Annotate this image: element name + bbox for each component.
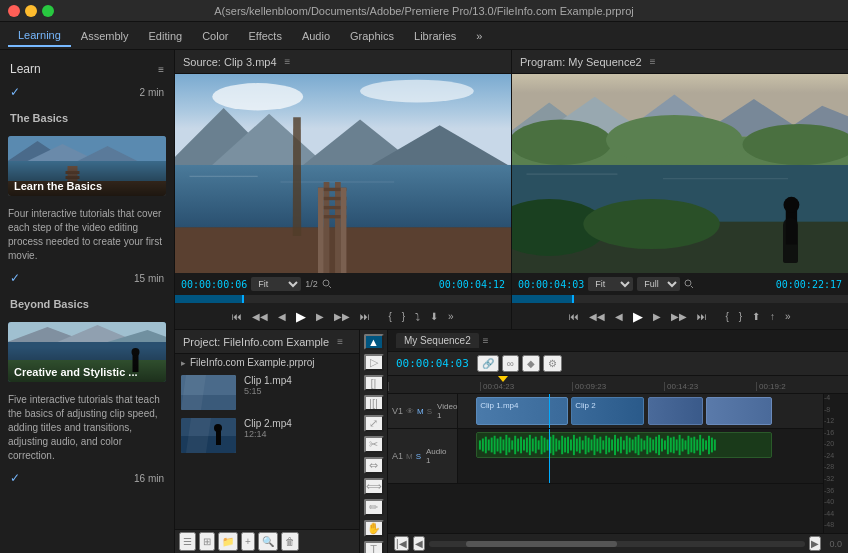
v1-track-content[interactable]: Clip 1.mp4 Clip 2 xyxy=(458,394,823,428)
tl-scroll-right-btn[interactable]: ▶ xyxy=(809,536,821,551)
nav-graphics[interactable]: Graphics xyxy=(340,26,404,46)
prog-mark-in-btn[interactable]: { xyxy=(722,309,731,324)
proj-search-btn[interactable]: 🔍 xyxy=(258,532,278,551)
minimize-button[interactable] xyxy=(25,5,37,17)
prog-play-btn[interactable]: ▶ xyxy=(630,307,646,326)
a1-s-icon[interactable]: S xyxy=(416,452,421,461)
source-mark-in-btn[interactable]: { xyxy=(385,309,394,324)
source-stepback-btn[interactable]: ◀◀ xyxy=(249,309,271,324)
track-select-tool-btn[interactable]: ▷ xyxy=(364,354,384,371)
nav-libraries[interactable]: Libraries xyxy=(404,26,466,46)
source-menu-icon[interactable]: ≡ xyxy=(285,56,291,67)
svg-rect-75 xyxy=(500,437,502,454)
source-more-btn[interactable]: » xyxy=(445,309,457,324)
prog-ffwd-btn[interactable]: ⏭ xyxy=(694,309,710,324)
nav-assembly[interactable]: Assembly xyxy=(71,26,139,46)
source-stepfwd-btn[interactable]: ▶▶ xyxy=(331,309,353,324)
select-tool-btn[interactable]: ▲ xyxy=(364,334,384,350)
program-fit-select[interactable]: Fit 25% 50% xyxy=(588,277,633,291)
svg-rect-108 xyxy=(597,439,599,452)
prog-back1-btn[interactable]: ◀ xyxy=(612,309,626,324)
source-ffwd-btn[interactable]: ⏭ xyxy=(357,309,373,324)
slip-tool-btn[interactable]: ⇔ xyxy=(364,457,384,474)
prog-lift-btn[interactable]: ⬆ xyxy=(749,309,763,324)
nav-audio[interactable]: Audio xyxy=(292,26,340,46)
proj-grid-view-btn[interactable]: ⊞ xyxy=(199,532,215,551)
v1-lock-icon[interactable]: M xyxy=(417,407,424,416)
source-insert-btn[interactable]: ⤵ xyxy=(412,309,423,324)
a1-m-icon[interactable]: M xyxy=(406,452,413,461)
nav-effects[interactable]: Effects xyxy=(238,26,291,46)
tl-scroll-left-btn[interactable]: ◀ xyxy=(413,536,425,551)
tutorial-card-creative[interactable]: Creative and Stylistic ... xyxy=(8,322,166,382)
type-tool-btn[interactable]: T xyxy=(364,541,384,553)
source-play-btn[interactable]: ▶ xyxy=(293,307,309,326)
timeline-bottom-bar: |◀ ◀ ▶ 0.0 xyxy=(388,533,848,553)
clip3-text xyxy=(649,399,655,412)
tl-clip-1[interactable]: Clip 1.mp4 xyxy=(476,397,567,425)
razor-tool-btn[interactable]: ✂ xyxy=(364,436,384,453)
tutorial-card-basics[interactable]: Learn the Basics xyxy=(8,136,166,196)
learn-menu-icon[interactable]: ≡ xyxy=(158,64,164,75)
prog-mark-out-btn[interactable]: } xyxy=(736,309,745,324)
prog-stepback-btn[interactable]: ◀◀ xyxy=(586,309,608,324)
tl-add-marker-btn[interactable]: ◆ xyxy=(522,355,540,372)
proj-new-item-btn[interactable]: + xyxy=(241,532,255,551)
sequence-tab[interactable]: My Sequence2 xyxy=(396,333,479,348)
tl-clip-4[interactable] xyxy=(706,397,772,425)
proj-delete-btn[interactable]: 🗑 xyxy=(281,532,299,551)
svg-rect-30 xyxy=(335,182,341,273)
svg-rect-91 xyxy=(547,439,549,450)
proj-new-bin-btn[interactable]: 📁 xyxy=(218,532,238,551)
rate-stretch-btn[interactable]: ⤢ xyxy=(364,415,384,432)
tl-clip-2[interactable]: Clip 2 xyxy=(571,397,644,425)
prog-extract-btn[interactable]: ↑ xyxy=(767,309,778,324)
source-back1-btn[interactable]: ◀ xyxy=(275,309,289,324)
v1-eye-icon[interactable]: 👁 xyxy=(406,407,414,416)
nav-more[interactable]: » xyxy=(466,26,492,46)
tl-settings-btn[interactable]: ⚙ xyxy=(543,355,562,372)
nav-editing[interactable]: Editing xyxy=(139,26,193,46)
source-mark-out-btn[interactable]: } xyxy=(399,309,408,324)
close-button[interactable] xyxy=(8,5,20,17)
program-full-select[interactable]: Full Half xyxy=(637,277,680,291)
project-file-item[interactable]: ▸ FileInfo.com Example.prproj xyxy=(175,354,359,371)
learn-title: Learn xyxy=(10,62,41,76)
source-overwrite-btn[interactable]: ⬇ xyxy=(427,309,441,324)
prog-fwd1-btn[interactable]: ▶ xyxy=(650,309,664,324)
source-scrubber[interactable] xyxy=(175,295,511,303)
rolling-edit-btn[interactable]: |[| xyxy=(364,395,384,411)
slide-tool-btn[interactable]: ⟺ xyxy=(364,478,384,495)
project-clip-1[interactable]: Clip 1.mp4 5:15 xyxy=(175,371,359,414)
source-rewind-btn[interactable]: ⏮ xyxy=(229,309,245,324)
program-menu-icon[interactable]: ≡ xyxy=(650,56,656,67)
proj-list-view-btn[interactable]: ☰ xyxy=(179,532,196,551)
nav-color[interactable]: Color xyxy=(192,26,238,46)
program-timecode-bar: 00:00:04:03 Fit 25% 50% Full Half 00:0 xyxy=(512,273,848,295)
tl-goto-start-btn[interactable]: |◀ xyxy=(394,536,409,551)
project-clip-2[interactable]: Clip 2.mp4 12:14 xyxy=(175,414,359,457)
tl-scroll-bar[interactable] xyxy=(429,541,806,547)
a1-track-content[interactable] xyxy=(458,429,823,483)
ruler-mark-2: 00:09:23 xyxy=(572,382,664,391)
tl-snap-btn[interactable]: 🔗 xyxy=(477,355,499,372)
window-controls[interactable] xyxy=(8,5,54,17)
sequence-tab-menu[interactable]: ≡ xyxy=(483,335,489,346)
program-scrubber[interactable] xyxy=(512,295,848,303)
nav-learning[interactable]: Learning xyxy=(8,25,71,47)
v1-sync-icon[interactable]: S xyxy=(427,407,432,416)
prog-more-btn[interactable]: » xyxy=(782,309,794,324)
ripple-edit-btn[interactable]: [| xyxy=(364,375,384,391)
maximize-button[interactable] xyxy=(42,5,54,17)
project-menu-icon[interactable]: ≡ xyxy=(337,336,343,347)
clip1-thumbnail xyxy=(181,375,236,410)
source-fwd1-btn[interactable]: ▶ xyxy=(313,309,327,324)
hand-tool-btn[interactable]: ✋ xyxy=(364,520,384,537)
tl-clip-3[interactable] xyxy=(648,397,703,425)
prog-rewind-btn[interactable]: ⏮ xyxy=(566,309,582,324)
tl-linked-select-btn[interactable]: ∞ xyxy=(502,355,519,372)
source-fit-select[interactable]: Fit 25% 50% 100% xyxy=(251,277,301,291)
pen-tool-btn[interactable]: ✏ xyxy=(364,499,384,516)
svg-rect-106 xyxy=(591,439,593,450)
prog-stepfwd-btn[interactable]: ▶▶ xyxy=(668,309,690,324)
